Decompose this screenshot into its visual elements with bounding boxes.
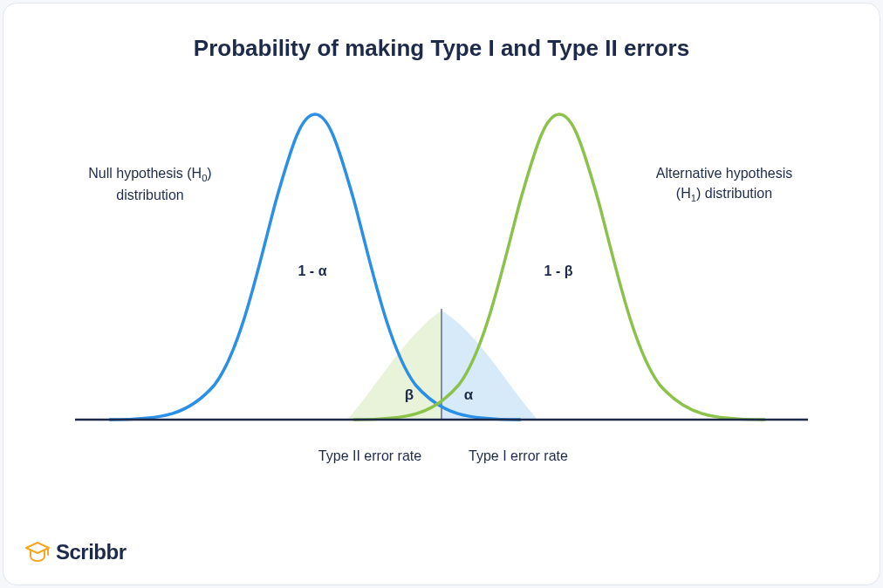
diagram-title: Probability of making Type I and Type II…: [38, 35, 845, 62]
diagram-card: Probability of making Type I and Type II…: [3, 3, 880, 585]
one-minus-beta-label: 1 - β: [532, 261, 585, 281]
alt-hypothesis-label: Alternative hypothesis (H1) distribution: [637, 163, 811, 206]
graduation-cap-icon: [24, 539, 51, 565]
beta-symbol: β: [396, 385, 422, 407]
type2-error-label: Type II error rate: [300, 446, 440, 466]
plot-area: Null hypothesis (H0) distribution Altern…: [38, 71, 845, 498]
alpha-symbol: α: [455, 385, 482, 407]
brand-name: Scribbr: [56, 540, 127, 564]
type1-error-label: Type I error rate: [448, 446, 588, 466]
one-minus-alpha-label: 1 - α: [286, 261, 339, 281]
brand-logo: Scribbr: [24, 539, 127, 565]
error-distributions-svg: [38, 71, 845, 498]
null-hypothesis-label: Null hypothesis (H0) distribution: [72, 163, 229, 206]
beta-region: [347, 311, 442, 420]
